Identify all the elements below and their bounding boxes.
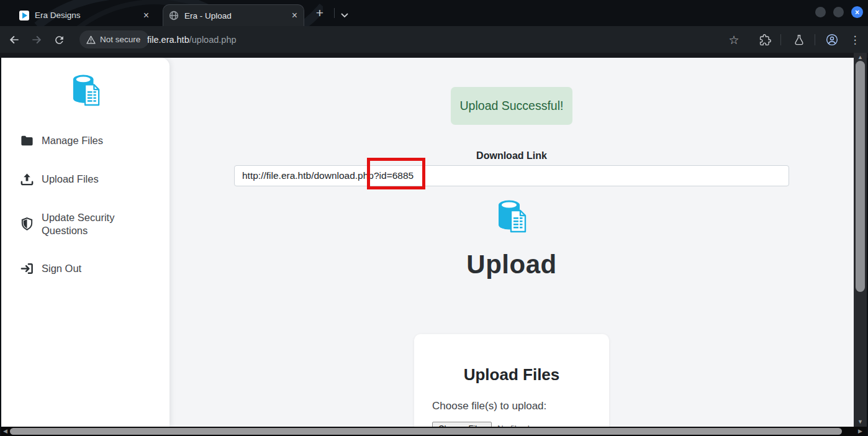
tab-bar: Era Designs × Era - Upload × + × — [0, 0, 868, 26]
new-tab-button[interactable]: + — [312, 6, 328, 20]
main-content: Upload Successful! Download Link — [170, 58, 854, 427]
back-button[interactable] — [7, 33, 21, 47]
forward-button[interactable] — [30, 33, 43, 47]
download-link-input[interactable] — [234, 165, 789, 186]
globe-icon — [169, 11, 179, 20]
sidebar-logo — [1, 73, 170, 108]
red-annotation-box — [367, 158, 425, 189]
vertical-scrollbar[interactable]: ▲ ▼ — [854, 53, 867, 427]
minimize-button[interactable] — [815, 7, 826, 17]
sidebar: Manage Files Upload Files Update Securit… — [1, 58, 170, 427]
sidebar-item-label: Update Security Questions — [42, 211, 122, 237]
sign-out-icon — [20, 261, 34, 276]
toolbar-separator — [815, 34, 815, 45]
vertical-scrollbar-thumb[interactable] — [856, 61, 865, 292]
tab-title: Era Designs — [35, 11, 138, 20]
tab-search-chevron-icon[interactable] — [341, 9, 348, 20]
sidebar-item-label: Upload Files — [42, 173, 99, 186]
sidebar-item-label: Sign Out — [42, 262, 81, 275]
download-link-label: Download Link — [170, 150, 854, 161]
reload-button[interactable] — [52, 33, 66, 47]
upload-icon — [20, 172, 34, 186]
page-title: Upload — [170, 250, 854, 279]
sidebar-item-sign-out[interactable]: Sign Out — [20, 261, 160, 276]
horizontal-scrollbar[interactable]: ◀ ▶ — [1, 427, 867, 436]
chrome-bottom-strip — [0, 53, 868, 58]
download-link-field-wrap — [234, 165, 789, 186]
sidebar-item-label: Manage Files — [42, 134, 103, 147]
sidebar-item-update-security-questions[interactable]: Update Security Questions — [20, 211, 160, 237]
horizontal-scrollbar-thumb[interactable] — [10, 428, 842, 435]
scroll-up-icon[interactable]: ▲ — [854, 54, 867, 60]
card-title: Upload Files — [432, 365, 591, 384]
tab-title: Era - Upload — [184, 11, 287, 20]
tab-close-icon[interactable]: × — [143, 11, 149, 20]
address-bar[interactable]: file.era.htb/upload.php — [147, 26, 237, 53]
warning-triangle-icon — [86, 35, 96, 44]
tab-era-designs[interactable]: Era Designs × — [14, 4, 155, 26]
tab-close-icon[interactable]: × — [292, 11, 297, 20]
maximize-button[interactable] — [833, 7, 844, 17]
scroll-left-icon[interactable]: ◀ — [3, 428, 7, 434]
browser-window: Era Designs × Era - Upload × + × — [0, 0, 868, 436]
choose-files-button[interactable]: Choose Files — [432, 422, 492, 427]
window-controls: × — [815, 6, 863, 18]
site-security-chip[interactable]: Not secure — [79, 30, 149, 48]
choose-files-prompt: Choose file(s) to upload: — [432, 400, 591, 412]
extensions-icon[interactable] — [758, 33, 772, 47]
page-viewport: Manage Files Upload Files Update Securit… — [1, 58, 854, 427]
url-host: file.era.htb — [147, 35, 189, 45]
sidebar-item-manage-files[interactable]: Manage Files — [20, 134, 160, 148]
shield-icon — [20, 217, 34, 231]
bookmark-star-icon[interactable]: ☆ — [727, 33, 741, 47]
database-file-logo-icon — [497, 199, 527, 235]
browser-toolbar: Not secure file.era.htb/upload.php ☆ ⋮ — [0, 26, 868, 53]
menu-kebab-icon[interactable]: ⋮ — [848, 33, 862, 47]
upload-files-card: Upload Files Choose file(s) to upload: C… — [414, 334, 609, 427]
file-input-row: Choose Files No file chosen — [432, 422, 591, 427]
close-window-button[interactable]: × — [851, 6, 863, 18]
scroll-right-icon[interactable]: ▶ — [858, 428, 862, 434]
tab-era-upload[interactable]: Era - Upload × — [163, 4, 304, 26]
toolbar-separator — [780, 34, 781, 45]
security-label: Not secure — [100, 35, 140, 44]
folder-icon — [20, 134, 34, 148]
scroll-down-icon[interactable]: ▼ — [854, 419, 867, 425]
era-designs-favicon — [19, 11, 29, 20]
url-path: /upload.php — [189, 35, 237, 45]
labs-flask-icon[interactable] — [792, 33, 806, 47]
profile-icon[interactable] — [825, 33, 839, 47]
upload-success-alert: Upload Successful! — [451, 87, 572, 125]
database-file-logo-icon — [71, 73, 100, 108]
upload-page-logo — [170, 199, 854, 235]
tab-separator — [334, 8, 335, 18]
sidebar-item-upload-files[interactable]: Upload Files — [20, 172, 160, 186]
